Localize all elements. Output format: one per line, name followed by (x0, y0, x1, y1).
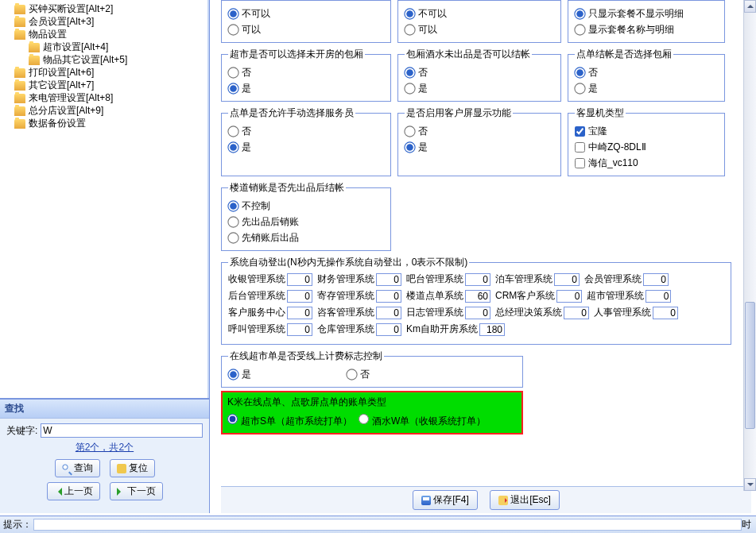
checkbox-option[interactable]: 海信_vc110 (575, 155, 718, 171)
radio-option[interactable]: 可以 (228, 21, 384, 37)
radio-input[interactable] (404, 67, 415, 78)
tree-item[interactable]: 超市设置[Alt+4] (14, 41, 207, 53)
radio-input[interactable] (227, 414, 238, 424)
radio-option[interactable]: 是 (228, 139, 384, 155)
radio-input[interactable] (404, 83, 415, 94)
radio-input[interactable] (227, 369, 238, 380)
radio-option[interactable]: 否 (575, 64, 718, 80)
radio-input[interactable] (574, 24, 585, 35)
exit-button[interactable]: 退出[Esc] (490, 490, 560, 510)
timeout-input[interactable] (287, 273, 312, 286)
tree-item[interactable]: 来电管理设置[Alt+8] (14, 92, 207, 104)
folder-icon (29, 43, 40, 52)
radio-option[interactable]: 只显示套餐不显示明细 (575, 6, 718, 21)
radio-option[interactable]: 是 (405, 80, 554, 96)
radio-option[interactable]: 否 (228, 123, 384, 139)
timeout-input[interactable] (465, 290, 490, 303)
scroll-down-button[interactable] (744, 478, 756, 491)
radio-option[interactable]: 否 (405, 64, 554, 80)
radio-option[interactable]: 是 (228, 366, 251, 382)
radio-option[interactable]: 否 (347, 366, 370, 382)
radio-label: 是 (242, 368, 251, 381)
tree-item[interactable]: 总分店设置[Alt+9] (14, 105, 207, 117)
timeout-label: 人事管理系统 (594, 306, 651, 319)
radio-input[interactable] (574, 8, 585, 19)
keyword-input[interactable] (41, 423, 203, 438)
query-button[interactable]: 查询 (55, 459, 100, 477)
reset-button[interactable]: 复位 (110, 459, 155, 477)
radio-label: 可以 (242, 23, 261, 37)
timeout-input[interactable] (376, 273, 401, 286)
radio-input[interactable] (227, 67, 238, 78)
radio-input[interactable] (227, 141, 238, 153)
tree-label: 数据备份设置 (29, 118, 86, 129)
timeout-input[interactable] (376, 290, 401, 303)
checkbox-input[interactable] (575, 126, 585, 137)
radio-option[interactable]: 显示套餐名称与明细 (575, 21, 718, 37)
vertical-scrollbar[interactable] (743, 0, 756, 491)
tree-item[interactable]: 打印设置[Alt+6] (14, 67, 207, 79)
radio-option[interactable]: 不可以 (228, 6, 384, 21)
next-page-button[interactable]: 下一页 (110, 482, 163, 500)
timeout-input[interactable] (556, 290, 582, 303)
radio-input[interactable] (574, 67, 585, 78)
timeout-input[interactable] (564, 307, 589, 319)
prev-page-button[interactable]: 上一页 (47, 482, 100, 500)
radio-option[interactable]: 不可以 (405, 6, 554, 21)
radio-option[interactable]: 先销账后出品 (228, 230, 384, 245)
radio-input[interactable] (404, 24, 415, 35)
radio-input[interactable] (227, 8, 238, 19)
timeout-input[interactable] (287, 307, 312, 319)
timeout-input[interactable] (643, 273, 669, 286)
scroll-up-button[interactable] (744, 0, 756, 13)
checkbox-option[interactable]: 宝隆 (575, 123, 718, 139)
radio-input[interactable] (404, 141, 415, 153)
timeout-input[interactable] (465, 273, 490, 286)
tree-item[interactable]: 会员设置[Alt+3] (14, 16, 207, 28)
radio-input[interactable] (227, 83, 238, 94)
radio-option[interactable]: 是 (575, 80, 718, 96)
folder-icon (14, 81, 25, 91)
radio-option[interactable]: 不控制 (228, 198, 384, 214)
timeout-input[interactable] (376, 307, 401, 319)
radio-input[interactable] (574, 83, 585, 94)
radio-input[interactable] (359, 414, 369, 424)
timeout-input[interactable] (465, 307, 490, 319)
radio-input[interactable] (227, 126, 238, 137)
tree-item[interactable]: 其它设置[Alt+7] (14, 79, 207, 91)
timeout-input[interactable] (287, 290, 312, 303)
radio-option[interactable]: 酒水W单（收银系统打单） (359, 414, 486, 428)
timeout-input[interactable] (376, 323, 401, 336)
radio-label: 只显示套餐不显示明细 (588, 7, 684, 21)
timeout-input[interactable] (646, 290, 671, 303)
checkbox-label: 宝隆 (588, 125, 607, 138)
radio-input[interactable] (227, 232, 238, 243)
checkbox-option[interactable]: 中崎ZQ-8DLⅡ (575, 139, 718, 155)
radio-option[interactable]: 超市S单（超市系统打单） (227, 414, 352, 428)
save-button[interactable]: 保存[F4] (413, 490, 478, 510)
radio-option[interactable]: 是 (228, 80, 384, 96)
radio-option[interactable]: 先出品后销账 (228, 214, 384, 230)
tree-item[interactable]: 买钟买断设置[Alt+2] (14, 3, 207, 15)
radio-input[interactable] (404, 8, 415, 19)
tree-item[interactable]: 物品其它设置[Alt+5] (14, 54, 207, 66)
checkbox-input[interactable] (575, 158, 585, 168)
radio-option[interactable]: 否 (405, 123, 554, 139)
timeout-cell: 收银管理系统 (228, 272, 312, 286)
tree-item[interactable]: 数据备份设置 (14, 118, 207, 129)
scroll-thumb[interactable] (745, 302, 755, 429)
checkbox-input[interactable] (575, 142, 585, 153)
radio-input[interactable] (227, 200, 238, 211)
radio-input[interactable] (346, 369, 357, 380)
radio-option[interactable]: 否 (228, 64, 384, 80)
timeout-input[interactable] (287, 323, 312, 336)
tree-item[interactable]: 物品设置 (14, 29, 207, 41)
radio-option[interactable]: 可以 (405, 21, 554, 37)
timeout-input[interactable] (554, 273, 580, 286)
radio-option[interactable]: 是 (405, 139, 554, 155)
radio-input[interactable] (227, 216, 238, 227)
radio-input[interactable] (227, 24, 238, 35)
timeout-input[interactable] (479, 323, 505, 336)
radio-input[interactable] (404, 126, 415, 137)
timeout-input[interactable] (653, 307, 678, 319)
